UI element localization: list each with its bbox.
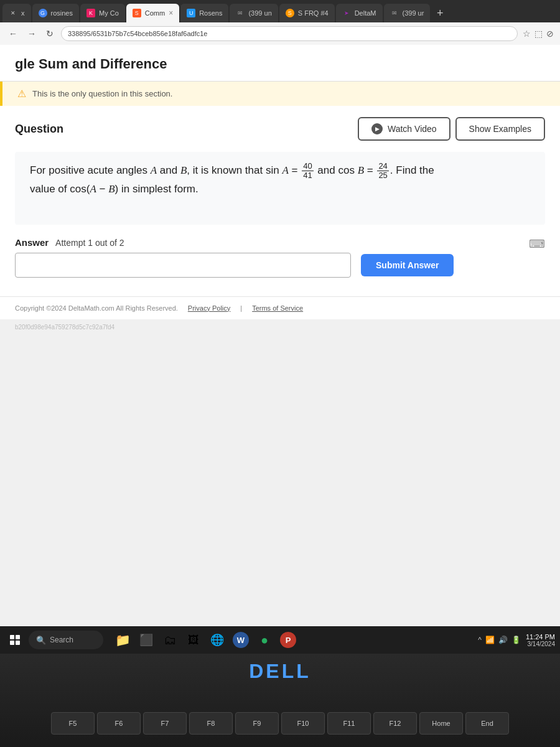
browser-icon: 🌐 [210, 633, 224, 647]
attempt-label: Attempt 1 out of 2 [55, 238, 124, 248]
taskbar-app-green[interactable]: ● [254, 629, 275, 651]
taskbar-app-powerpoint[interactable]: P [278, 629, 299, 651]
tab-frq[interactable]: S S FRQ #4 [279, 4, 335, 22]
math-and2: and cos [315, 164, 358, 176]
laptop-bezel: DELL F5 F6 F7 F8 F9 F10 F11 F12 Home End [0, 654, 560, 747]
play-icon: ▶ [371, 123, 383, 134]
page-content: gle Sum and Difference ⚠ This is the onl… [0, 45, 560, 654]
chevron-up-icon[interactable]: ^ [478, 636, 482, 644]
fkey-f8[interactable]: F8 [189, 712, 233, 735]
submit-answer-button[interactable]: Submit Answer [361, 254, 454, 276]
tab-399b-label: (399 ur [403, 9, 424, 17]
bookmark-icon[interactable]: ☆ [523, 29, 531, 39]
footer-terms-link[interactable]: Terms of Service [252, 304, 303, 312]
sin-denominator: 41 [302, 171, 313, 180]
math-middle: , it is known that sin [187, 164, 282, 176]
forward-button[interactable]: → [25, 27, 39, 40]
comm-icon: S [133, 9, 141, 17]
word-icon: W [233, 632, 249, 648]
question-label: Question [15, 123, 63, 136]
tab-399a-label: (399 un [248, 9, 271, 17]
footer-privacy-link[interactable]: Privacy Policy [188, 304, 230, 312]
tab-myco[interactable]: K My Co [80, 4, 125, 22]
network-icon[interactable]: 📶 [485, 636, 495, 644]
var-b: B [180, 164, 187, 176]
warning-icon: ⚠ [17, 88, 26, 100]
dell-logo: DELL [249, 660, 311, 683]
taskbar-app-word[interactable]: W [230, 629, 251, 651]
back-button[interactable]: ← [6, 27, 20, 40]
fkey-f12[interactable]: F12 [373, 712, 417, 735]
screenshot-icon[interactable]: ⬚ [534, 29, 543, 39]
fkey-f6[interactable]: F6 [97, 712, 141, 735]
watch-video-button[interactable]: ▶ Watch Video [358, 117, 450, 141]
tab-rosens[interactable]: U Rosens [180, 4, 228, 22]
taskbar: 🔍 Search 📁 ⬛ 🗂 🖼 🌐 W ● P ^ 📶 [0, 626, 560, 654]
watch-video-label: Watch Video [388, 124, 437, 134]
rosens-icon: U [187, 9, 195, 17]
taskbar-apps: 📁 ⬛ 🗂 🖼 🌐 W ● P [112, 629, 299, 651]
myco-icon: K [86, 9, 95, 17]
taskbar-app-files[interactable]: 📁 [112, 629, 133, 651]
start-button[interactable] [5, 630, 25, 650]
tab-delta[interactable]: ➤ DeltaM [336, 4, 383, 22]
win-sq2 [16, 635, 20, 639]
tab-google[interactable]: G rosines [32, 4, 79, 22]
math-eq2: = [364, 164, 376, 176]
var-b3: B [108, 183, 114, 195]
question-section: Question ▶ Watch Video Show Examples For… [0, 106, 560, 296]
answer-section: Answer Attempt 1 out of 2 ⌨ Submit Answe… [15, 237, 545, 278]
fkey-end[interactable]: End [465, 712, 509, 735]
fkey-home[interactable]: Home [419, 712, 463, 735]
fkey-f10[interactable]: F10 [281, 712, 325, 735]
fkey-f7[interactable]: F7 [143, 712, 187, 735]
tab-comm[interactable]: S Comm × [126, 4, 179, 22]
info-message: This is the only question in this sectio… [32, 89, 172, 98]
sin-numerator: 40 [302, 162, 313, 171]
page-title-bar: gle Sum and Difference [0, 45, 560, 82]
google-icon: G [39, 9, 47, 17]
tab-x-icon: ✕ [9, 9, 17, 17]
show-examples-button[interactable]: Show Examples [455, 117, 545, 141]
fkey-f11[interactable]: F11 [327, 712, 371, 735]
taskbar-search-label: Search [50, 636, 73, 644]
taskbar-app-folder[interactable]: 🗂 [159, 629, 180, 651]
taskbar-app-terminal[interactable]: ⬛ [136, 629, 157, 651]
green-app-icon: ● [261, 633, 268, 647]
math-minus: − [96, 183, 108, 195]
tab-comm-close[interactable]: × [169, 9, 173, 17]
question-header: Question ▶ Watch Video Show Examples [15, 117, 545, 141]
settings-icon[interactable]: ⊘ [546, 29, 554, 39]
tab-delta-label: DeltaM [355, 9, 376, 17]
address-field[interactable]: 338895/6531b75b7c54bceb856e18faf6adfc1e [61, 26, 518, 41]
terminal-icon: ⬛ [139, 633, 153, 647]
tab-399a[interactable]: ✉ (399 un [230, 4, 278, 22]
math-prefix: For positive acute angles [30, 164, 151, 176]
tab-x-label: x [21, 9, 25, 17]
tab-399b[interactable]: ✉ (399 ur [384, 4, 431, 22]
fkey-f9[interactable]: F9 [235, 712, 279, 735]
time-block[interactable]: 11:24 PM 3/14/2024 [526, 633, 555, 647]
mail-a-icon: ✉ [236, 9, 245, 17]
battery-icon[interactable]: 🔋 [511, 636, 521, 644]
math-and-text: and [157, 164, 180, 176]
taskbar-search-icon: 🔍 [36, 636, 46, 645]
volume-icon[interactable]: 🔊 [498, 636, 508, 644]
folder-icon: 🗂 [164, 633, 176, 647]
reload-button[interactable]: ↻ [44, 27, 56, 40]
tab-myco-label: My Co [99, 9, 119, 17]
taskbar-app-photos[interactable]: 🖼 [183, 629, 204, 651]
answer-input[interactable] [15, 253, 351, 278]
ppt-icon: P [280, 632, 296, 648]
taskbar-search[interactable]: 🔍 Search [29, 631, 103, 649]
footer-hash: b20f0d98e94a759278d5c7c92a7fd4 [15, 324, 114, 331]
tab-bar: ✕ x G rosines K My Co S Comm × U Rosens … [0, 0, 560, 22]
math-suffix: . Find the [390, 164, 434, 176]
files-icon: 📁 [115, 632, 131, 647]
taskbar-app-browser[interactable]: 🌐 [207, 629, 228, 651]
fkey-f5[interactable]: F5 [51, 712, 95, 735]
tab-x[interactable]: ✕ x [2, 4, 31, 22]
sin-fraction: 4041 [302, 162, 313, 181]
new-tab-button[interactable]: + [431, 4, 449, 22]
keyboard-icon[interactable]: ⌨ [529, 237, 545, 251]
